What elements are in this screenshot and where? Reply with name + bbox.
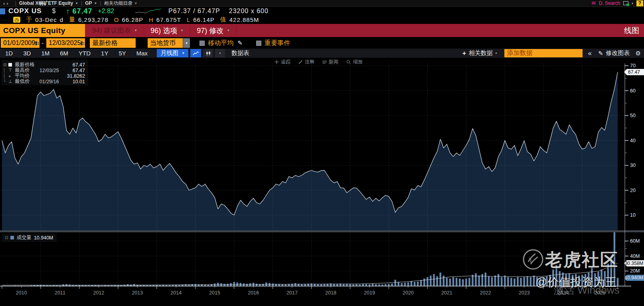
date-from-field[interactable]: 01/01/2009 xyxy=(1,38,40,48)
crosshair-icon xyxy=(275,60,279,64)
frequency-flag: d xyxy=(60,16,63,23)
pencil-icon[interactable]: ✎ xyxy=(237,39,243,47)
message-icon[interactable]: ✉ xyxy=(592,0,596,6)
tiger-community-logo-watermark xyxy=(522,248,544,271)
svg-text:20M: 20M xyxy=(630,268,640,274)
data-table-button[interactable]: 数据表 xyxy=(231,49,249,57)
tab-5y[interactable]: 5Y xyxy=(113,49,131,58)
chevron-down-icon: ▼ xyxy=(75,2,78,5)
gear-icon[interactable]: ⚙ xyxy=(636,50,641,57)
low-marker-icon: ⊥ xyxy=(8,79,15,84)
chevron-down-icon: ▼ xyxy=(185,41,188,45)
more-chart-types-button[interactable]: ▾ xyxy=(215,49,225,57)
svg-text:2013: 2013 xyxy=(132,290,143,296)
volume-value: 6,293,278 xyxy=(78,16,109,23)
related-functions-menu[interactable]: 相关功能目录» xyxy=(104,0,137,7)
svg-text:10: 10 xyxy=(630,212,636,218)
tab-max[interactable]: Max xyxy=(131,49,153,58)
open-label: O xyxy=(114,16,119,23)
price-legend[interactable]: ⊟ 最新价格 67.47 │ ⊤ 最高价 12/03/25 67.47 │ + … xyxy=(2,60,88,85)
value-label: 值 xyxy=(220,16,227,24)
price-field-selector[interactable]: 最新价格 xyxy=(90,38,136,48)
currency-selector[interactable]: 当地货币 xyxy=(148,38,183,48)
watermark-community-name: 老虎社区 xyxy=(545,248,618,272)
moving-average-toggle[interactable]: 移动平均 ✎ xyxy=(200,39,243,47)
chevron-down-icon: ▾ xyxy=(219,51,221,55)
modify-chart-button[interactable]: ✎ 修改图表 xyxy=(597,49,630,57)
menu-suggested-charts[interactable]: 94) 建议图表▼ xyxy=(92,26,144,35)
legend-row-low: └ ⊥ 最低价 01/29/16 10.01 xyxy=(3,78,85,84)
chevron-down-icon: ▼ xyxy=(134,29,137,32)
interval-dropdown[interactable]: 月线图▼ xyxy=(157,49,188,57)
security-name-box[interactable]: COPX US Equity xyxy=(0,24,85,37)
series-swatch xyxy=(8,63,12,67)
tab-ytd[interactable]: YTD xyxy=(73,49,96,58)
high-label: H xyxy=(149,16,154,23)
calendar-icon[interactable] xyxy=(35,41,37,45)
annotate-tool[interactable]: 注释 xyxy=(298,59,314,65)
line-chart-type-button[interactable] xyxy=(190,49,201,57)
currency-dropdown-button[interactable]: ▼ xyxy=(183,38,190,48)
svg-text:2022: 2022 xyxy=(480,290,491,296)
security-color-swatch xyxy=(0,8,5,14)
chart-overlay-toolbar: 追踪 注释 新闻 缩放 xyxy=(275,59,363,65)
chart-area: 7060504030201060M40M20M02010201120122013… xyxy=(0,58,644,306)
tab-1y[interactable]: 1Y xyxy=(96,49,113,58)
track-tool[interactable]: 追踪 xyxy=(275,59,290,65)
double-chevron-icon: » xyxy=(134,2,138,4)
chevron-down-icon[interactable]: ▾ xyxy=(632,2,633,5)
window-layout-icon[interactable] xyxy=(623,1,628,5)
chevron-down-icon: ▼ xyxy=(182,51,185,55)
svg-text:2019: 2019 xyxy=(364,290,375,296)
collapse-panel-button[interactable]: « xyxy=(588,49,592,57)
magnifier-icon xyxy=(346,60,351,65)
divider: | xyxy=(15,0,16,6)
period-tab-bar: 1D 3D 1M 6M YTD 1Y 5Y Max 月线图▼ ▾ 数据表 + 相… xyxy=(0,49,644,58)
divider: | xyxy=(81,0,82,6)
function-menu-bar: COPX US Equity 94) 建议图表▼ 96) 选项▼ 97) 修改▼… xyxy=(0,24,644,37)
checkbox[interactable] xyxy=(200,41,205,46)
chevron-down-icon: ▼ xyxy=(94,2,97,5)
tab-6m[interactable]: 6M xyxy=(55,49,73,58)
svg-text:2018: 2018 xyxy=(325,290,336,296)
candle-chart-type-button[interactable] xyxy=(203,49,213,57)
open-value: 66.28P xyxy=(122,16,143,23)
history-back-forward[interactable]: ‹› xyxy=(3,0,10,6)
chevron-down-icon: ▼ xyxy=(180,29,184,32)
calendar-icon[interactable] xyxy=(81,41,83,45)
zoom-tool[interactable]: 缩放 xyxy=(346,59,363,65)
svg-text:50: 50 xyxy=(630,113,636,118)
chevron-down-icon: ▼ xyxy=(227,29,230,32)
tab-3d[interactable]: 3D xyxy=(18,49,36,58)
add-data-input[interactable]: 添加数据 xyxy=(504,49,583,57)
quote-row: COPX US $ ↑ 67.47 +2.82 P67.37 / 67.47P … xyxy=(0,7,644,16)
date-to-field[interactable]: 12/03/2025 xyxy=(46,38,85,48)
menu-edit[interactable]: 97) 修改▼ xyxy=(197,26,237,35)
legend-row-high: │ ⊤ 最高价 12/03/25 67.47 xyxy=(3,67,85,73)
volume-legend[interactable]: ⊡ 成交量 10.940M xyxy=(2,233,57,242)
related-data-dropdown[interactable]: 相关数据 xyxy=(468,49,492,57)
search-link[interactable]: D. Search xyxy=(599,0,620,6)
news-tool[interactable]: 新闻 xyxy=(322,59,338,65)
bid-ask-size: 23200 x 600 xyxy=(229,8,269,15)
function-menu[interactable]: GP▼ xyxy=(85,0,97,6)
security-menu[interactable]: Global X铜矿ETF Equity▼ xyxy=(19,0,78,7)
svg-text:60: 60 xyxy=(630,88,636,94)
svg-text:2023: 2023 xyxy=(519,290,530,296)
checkbox[interactable] xyxy=(256,41,261,46)
key-events-toggle[interactable]: 重要事件 xyxy=(256,39,290,47)
tab-1m[interactable]: 1M xyxy=(36,49,55,58)
high-marker-icon: ⊤ xyxy=(8,68,15,73)
svg-text:2012: 2012 xyxy=(93,290,104,296)
date-range-dash: - xyxy=(41,39,43,47)
volume-swatch xyxy=(10,236,14,239)
average-marker-icon: + xyxy=(8,74,15,78)
menu-options[interactable]: 96) 选项▼ xyxy=(150,26,190,35)
as-of-date: 03-Dec xyxy=(35,16,57,23)
price-change: +2.82 xyxy=(98,8,114,15)
tab-1d[interactable]: 1D xyxy=(0,49,18,58)
volume-average-axis-tag: 30.358M xyxy=(624,260,644,267)
drag-dots: ····· xyxy=(2,18,11,22)
help-button[interactable]: ? xyxy=(636,0,643,6)
last-volume-axis-tag: 10.940M xyxy=(624,275,644,281)
